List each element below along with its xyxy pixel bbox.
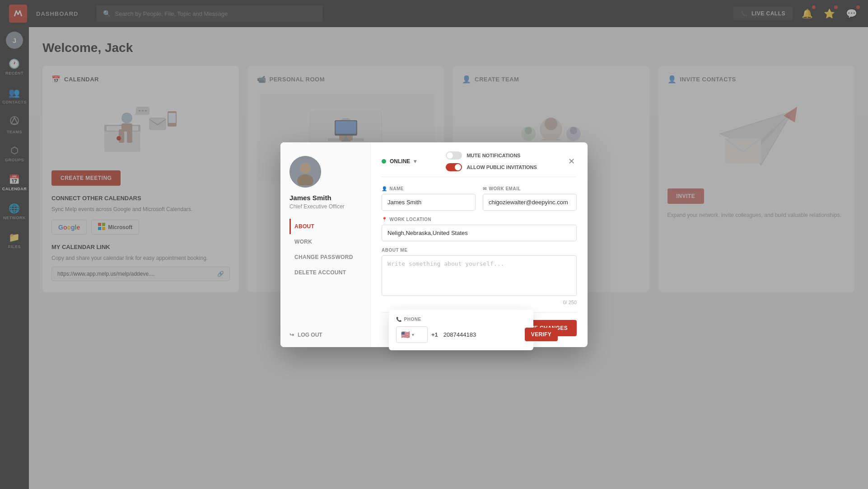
phone-popup-label: 📞 PHONE [396,317,526,322]
status-indicator[interactable]: ONLINE ▾ [382,158,416,165]
logout-button[interactable]: ↪ LOG OUT [289,332,322,338]
modal-nav-work[interactable]: WORK [289,234,361,249]
form-group-about-me: ABOUT ME 0/ 250 [382,248,577,305]
phone-popup: 📞 PHONE 🇺🇸 ▾ +1 VERIFY [389,310,533,350]
logout-icon: ↪ [289,332,294,338]
flag-icon: 🇺🇸 [401,330,410,339]
modal-nav-change-password[interactable]: CHANGE PASSWORD [289,249,361,265]
modal-user-role: Chief Executive Officer [289,203,361,210]
allow-invitations-toggle[interactable] [446,163,462,171]
status-label: ONLINE [390,158,410,165]
status-dot [382,159,386,164]
mute-notifications-row: MUTE NOTIFICATIONS [446,151,537,160]
modal-left-panel: James Smith Chief Executive Officer ABOU… [280,142,371,347]
name-input[interactable] [382,194,476,211]
allow-public-invitations-row: ALLOW PUBLIC INVITATIONS [446,163,537,171]
mute-notifications-label: MUTE NOTIFICATIONS [467,153,520,158]
work-email-input[interactable] [483,194,577,211]
modal-topbar: ONLINE ▾ MUTE NOTIFICATIONS ALLOW [382,151,577,177]
status-chevron-icon: ▾ [414,158,416,165]
work-email-label: ✉ WORK EMAIL [483,186,577,191]
phone-number-input[interactable] [442,328,521,342]
mute-notifications-toggle[interactable] [446,151,462,160]
svg-point-41 [297,174,313,185]
char-count: 0/ 250 [382,300,577,305]
form-row-name-email: 👤 NAME ✉ WORK EMAIL [382,186,577,211]
allow-invitations-label: ALLOW PUBLIC INVITATIONS [467,165,537,170]
form-group-email: ✉ WORK EMAIL [483,186,577,211]
phone-icon: 📞 [396,317,402,322]
modal-avatar [289,156,321,188]
modal-overlay[interactable]: James Smith Chief Executive Officer ABOU… [0,0,868,489]
profile-modal: James Smith Chief Executive Officer ABOU… [280,142,588,347]
modal-form: 👤 NAME ✉ WORK EMAIL [382,186,577,305]
modal-nav-delete-account[interactable]: DELETE ACCOUNT [289,265,361,280]
toggle-knob [447,152,453,159]
modal-avatar-image [289,156,321,188]
name-label: 👤 NAME [382,186,476,191]
country-select[interactable]: 🇺🇸 ▾ [396,326,428,343]
logout-label: LOG OUT [298,332,322,338]
modal-toggles: MUTE NOTIFICATIONS ALLOW PUBLIC INVITATI… [446,151,537,171]
phone-code: +1 [431,331,438,338]
form-group-location: 📍 WORK LOCATION [382,217,577,241]
about-me-textarea[interactable] [382,255,577,296]
person-icon: 👤 [382,186,387,191]
toggle-knob-2 [455,164,461,170]
country-chevron-icon: ▾ [412,332,414,337]
form-row-location: 📍 WORK LOCATION [382,217,577,241]
work-location-label: 📍 WORK LOCATION [382,217,577,222]
location-icon: 📍 [382,217,387,222]
work-location-input[interactable] [382,225,577,241]
mail-icon: ✉ [483,186,487,191]
modal-user-name: James Smith [289,194,361,202]
modal-nav-about[interactable]: ABOUT [289,219,361,234]
form-group-name: 👤 NAME [382,186,476,211]
about-me-label: ABOUT ME [382,248,577,253]
phone-input-row: 🇺🇸 ▾ +1 VERIFY [396,326,526,343]
modal-navigation: ABOUT WORK CHANGE PASSWORD DELETE ACCOUN… [289,219,361,280]
svg-point-40 [300,163,311,174]
modal-close-button[interactable]: ✕ [566,156,577,166]
verify-button[interactable]: VERIFY [525,328,558,341]
